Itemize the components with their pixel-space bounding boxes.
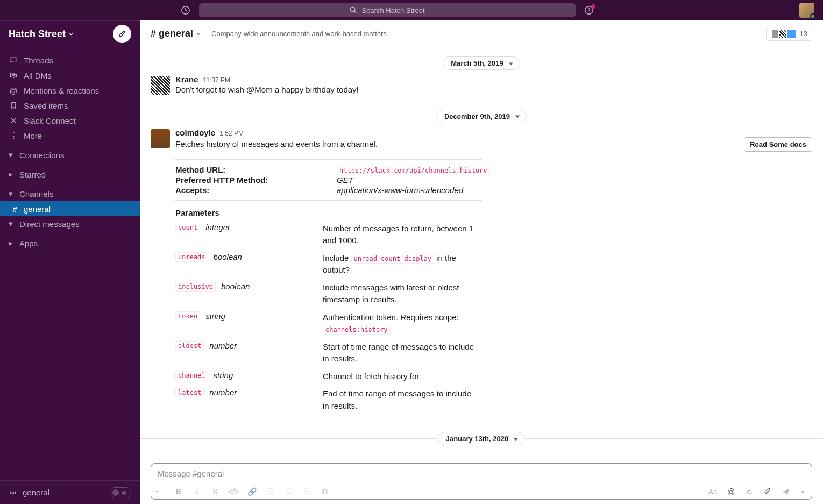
field-label: Accepts: (175, 186, 337, 195)
strike-icon[interactable]: S (210, 487, 220, 496)
threads-icon (9, 56, 18, 65)
user-avatar[interactable] (799, 3, 814, 18)
search-input[interactable]: Search Hatch Street (199, 3, 576, 17)
bookmark-icon (9, 101, 18, 110)
connect-icon (9, 116, 18, 125)
sidebar: Hatch Street Threads All DMs @Mentions &… (0, 20, 140, 504)
huddle-toggle[interactable] (110, 487, 131, 498)
broadcast-icon (9, 488, 17, 497)
attachment-block: Method URL:https://slack.com/api/channel… (175, 159, 503, 413)
param-row: oldestnumberStart of time range of messa… (175, 341, 482, 365)
param-name: inclusive (175, 282, 216, 292)
date-label: March 5th, 2019 (443, 56, 520, 70)
section-apps[interactable]: ▸Apps (0, 236, 140, 251)
parameters-heading: Parameters (175, 208, 482, 217)
message-list[interactable]: March 5th, 2019 Krane 11:37 PM Don't for… (140, 47, 823, 463)
channel-label: general (24, 204, 51, 214)
message-author[interactable]: colmdoyle (175, 128, 215, 137)
channel-title[interactable]: # general (151, 28, 202, 39)
section-starred[interactable]: ▸Starred (0, 167, 140, 182)
presence-indicator (810, 13, 815, 19)
section-label: Starred (19, 170, 46, 179)
mention-icon[interactable]: @ (726, 487, 736, 496)
param-row: inclusivebooleanInclude messages with la… (175, 282, 482, 306)
shortcuts-icon[interactable] (155, 487, 165, 496)
avatar[interactable] (151, 76, 170, 95)
footer-channel: general (23, 488, 49, 497)
param-type: number (209, 388, 237, 397)
message-timestamp[interactable]: 1:52 PM (219, 130, 244, 137)
help-icon[interactable] (584, 5, 594, 15)
format-icon[interactable]: Aa (708, 487, 718, 496)
code-icon[interactable]: </> (229, 487, 238, 496)
mentions-icon: @ (9, 86, 18, 95)
message-composer[interactable]: Message #general B I S </> 🔗 ☰ ☰ ☰ ⧉ Aa (151, 463, 812, 500)
workspace-name: Hatch Street (9, 29, 66, 40)
ol-icon[interactable]: ☰ (265, 487, 275, 496)
section-connections[interactable]: ▾Connections (0, 147, 140, 162)
param-description: End of time range of messages to include… (323, 388, 479, 412)
param-name: token (175, 311, 200, 321)
italic-icon[interactable]: I (192, 487, 202, 496)
param-row: countintegerNumber of messages to return… (175, 223, 482, 247)
bold-icon[interactable]: B (174, 487, 183, 496)
param-name: count (175, 223, 200, 232)
param-row: latestnumberEnd of time range of message… (175, 388, 482, 412)
sidebar-item-label: Saved items (24, 101, 68, 110)
caret-right-icon: ▸ (9, 238, 14, 248)
codeblock-icon[interactable]: ⧉ (320, 487, 330, 496)
sidebar-item-label: Slack Connect (24, 116, 76, 125)
section-label: Apps (19, 239, 38, 248)
svg-point-1 (351, 7, 355, 11)
section-channels[interactable]: ▾Channels (0, 186, 140, 201)
quote-icon[interactable]: ☰ (302, 487, 311, 496)
sidebar-item-label: More (24, 131, 42, 140)
channel-topic[interactable]: Company-wide announcements and work-base… (211, 30, 387, 38)
sidebar-item-saved[interactable]: Saved items (0, 98, 140, 113)
caret-down-icon: ▾ (9, 150, 14, 160)
search-placeholder: Search Hatch Street (361, 6, 424, 15)
channel-name-text: # general (151, 28, 193, 39)
param-type: number (209, 341, 237, 350)
avatar[interactable] (151, 129, 170, 148)
member-count-button[interactable]: 13 (766, 27, 812, 41)
param-name: channel (175, 371, 208, 380)
message-text: Fetches history of messages and events f… (175, 138, 378, 151)
attach-icon[interactable] (763, 487, 772, 496)
emoji-icon[interactable]: ☺ (744, 487, 754, 496)
history-icon[interactable] (181, 5, 190, 15)
sidebar-item-dms[interactable]: All DMs (0, 68, 140, 83)
compose-button[interactable] (113, 25, 131, 43)
sidebar-item-more[interactable]: ⋮More (0, 128, 140, 143)
channel-item-general[interactable]: #general (0, 201, 140, 216)
sidebar-item-mentions[interactable]: @Mentions & reactions (0, 83, 140, 98)
message-timestamp[interactable]: 11:37 PM (203, 76, 230, 84)
param-name: oldest (175, 341, 204, 351)
sidebar-item-label: Threads (24, 56, 53, 65)
send-icon[interactable] (781, 487, 791, 496)
message: Krane 11:37 PM Don't forget to wish @Mom… (140, 73, 823, 98)
link-icon[interactable]: 🔗 (247, 487, 257, 496)
hash-icon: # (9, 204, 18, 214)
workspace-switcher[interactable]: Hatch Street (0, 20, 140, 47)
message-author[interactable]: Krane (175, 75, 198, 84)
date-label: December 9th, 2019 (436, 110, 527, 123)
chevron-down-icon (195, 31, 202, 37)
channel-header: # general Company-wide announcements and… (140, 20, 823, 47)
composer-input[interactable]: Message #general (151, 464, 812, 484)
section-dms[interactable]: ▾Direct messages (0, 216, 140, 231)
ul-icon[interactable]: ☰ (283, 487, 293, 496)
read-docs-button[interactable]: Read Some docs (744, 137, 812, 152)
send-options-icon[interactable]: ▾ (798, 487, 807, 496)
caret-down-icon: ▾ (9, 219, 14, 229)
section-label: Direct messages (19, 219, 80, 229)
date-divider[interactable]: January 13th, 2020 (140, 434, 823, 443)
param-type: boolean (221, 282, 250, 291)
param-row: channelstringChannel to fetch history fo… (175, 371, 482, 383)
field-value: GET (337, 175, 482, 184)
caret-right-icon: ▸ (9, 169, 14, 179)
sidebar-item-threads[interactable]: Threads (0, 53, 140, 68)
sidebar-item-connect[interactable]: Slack Connect (0, 113, 140, 128)
date-divider[interactable]: December 9th, 2019 (140, 111, 823, 120)
date-divider[interactable]: March 5th, 2019 (140, 58, 823, 67)
